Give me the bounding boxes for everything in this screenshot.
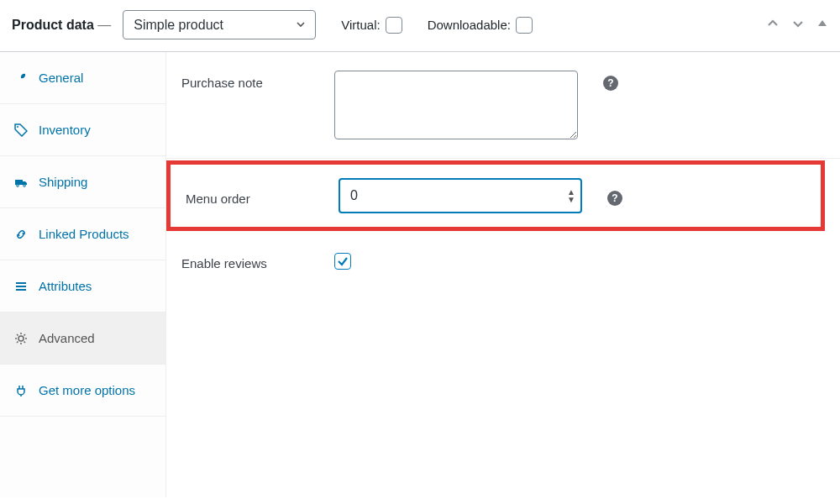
product-data-body: General Inventory Shipping Linked Produc… (0, 52, 840, 497)
virtual-label: Virtual: (341, 18, 380, 32)
collapse-icon[interactable] (816, 17, 828, 33)
tab-label: Get more options (39, 383, 135, 397)
tab-get-more-options[interactable]: Get more options (0, 365, 165, 417)
number-spinner: ▲ ▼ (567, 189, 575, 202)
panel-title: Product data — (12, 18, 111, 33)
tab-inventory[interactable]: Inventory (0, 104, 165, 156)
menu-order-row: Menu order ▲ ▼ ? (171, 178, 821, 213)
svg-rect-6 (16, 289, 26, 291)
enable-reviews-label: Enable reviews (181, 251, 316, 270)
move-down-icon[interactable] (791, 17, 805, 33)
svg-point-7 (18, 336, 24, 341)
downloadable-checkbox[interactable] (516, 17, 533, 34)
help-icon[interactable]: ? (607, 191, 622, 206)
move-up-icon[interactable] (766, 17, 780, 33)
svg-point-2 (17, 184, 19, 186)
product-data-tabs: General Inventory Shipping Linked Produc… (0, 52, 166, 497)
panel-title-text: Product data (12, 18, 94, 32)
plug-icon (13, 384, 29, 397)
purchase-note-textarea[interactable] (334, 71, 578, 139)
enable-reviews-row: Enable reviews (166, 233, 840, 289)
purchase-note-label: Purchase note (181, 71, 316, 90)
svg-rect-4 (16, 282, 26, 284)
svg-point-0 (17, 126, 18, 128)
link-icon (13, 228, 29, 241)
product-type-select-wrap[interactable]: Simple product (123, 10, 316, 39)
tab-label: Shipping (39, 175, 87, 189)
help-icon[interactable]: ? (603, 76, 618, 91)
menu-order-highlight: Menu order ▲ ▼ ? (166, 160, 825, 231)
tab-advanced[interactable]: Advanced (0, 312, 165, 365)
svg-rect-5 (16, 286, 26, 287)
tab-general[interactable]: General (0, 52, 165, 104)
panel-toggle-controls (766, 17, 828, 33)
tab-attributes[interactable]: Attributes (0, 260, 165, 312)
menu-order-input[interactable] (339, 178, 582, 213)
truck-icon (13, 176, 29, 189)
tab-label: Advanced (39, 331, 95, 345)
tab-linked-products[interactable]: Linked Products (0, 208, 165, 260)
enable-reviews-checkbox[interactable] (334, 253, 351, 270)
tag-icon (13, 123, 29, 137)
tab-label: Inventory (39, 123, 91, 137)
menu-order-label: Menu order (186, 186, 320, 206)
svg-point-3 (24, 184, 26, 186)
spinner-down-icon[interactable]: ▼ (567, 197, 575, 202)
downloadable-label: Downloadable: (428, 18, 511, 32)
list-icon (13, 280, 29, 293)
menu-order-input-wrap: ▲ ▼ (339, 178, 582, 213)
downloadable-group: Downloadable: (428, 17, 533, 34)
advanced-panel: Purchase note ? Menu order ▲ ▼ ? Enable … (166, 52, 840, 497)
wrench-icon (13, 71, 29, 85)
tab-label: Attributes (39, 279, 92, 293)
tab-label: General (39, 71, 83, 85)
tab-label: Linked Products (39, 227, 129, 241)
purchase-note-row: Purchase note ? (166, 52, 840, 159)
product-type-select[interactable]: Simple product (123, 10, 316, 39)
virtual-checkbox[interactable] (386, 17, 402, 34)
svg-rect-1 (15, 180, 23, 185)
product-data-header: Product data — Simple product Virtual: D… (0, 0, 840, 52)
virtual-group: Virtual: (341, 17, 402, 34)
gear-icon (13, 332, 29, 345)
spinner-up-icon[interactable]: ▲ (567, 189, 575, 195)
title-dash: — (97, 18, 111, 32)
tab-shipping[interactable]: Shipping (0, 156, 165, 208)
